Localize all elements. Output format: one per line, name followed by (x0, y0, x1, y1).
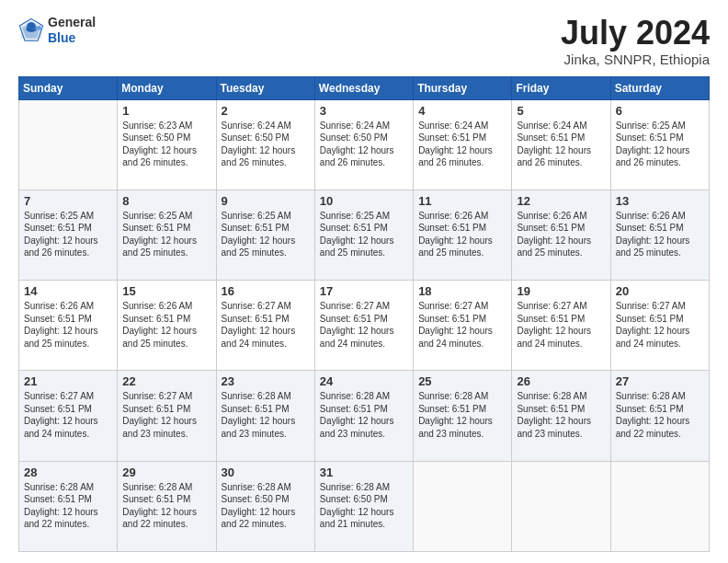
day-info-line: and 24 minutes. (517, 338, 605, 350)
day-number: 9 (222, 194, 310, 208)
day-number: 2 (222, 104, 310, 118)
day-info-line: Daylight: 12 hours (24, 415, 112, 428)
day-info-line: Sunset: 6:51 PM (616, 403, 704, 416)
day-info-line: Daylight: 12 hours (24, 325, 112, 338)
day-info-line: Daylight: 12 hours (222, 144, 310, 157)
day-info-line: Sunrise: 6:25 AM (222, 210, 310, 223)
day-number: 31 (320, 465, 408, 479)
col-sunday: Sunday (19, 76, 118, 99)
day-info-line: Sunset: 6:51 PM (122, 493, 210, 506)
day-info-line: Daylight: 12 hours (122, 144, 210, 157)
logo-text: General Blue (48, 15, 96, 46)
logo-general: General (48, 15, 96, 30)
day-info-line: Sunset: 6:51 PM (122, 403, 210, 416)
day-info-line: Sunrise: 6:27 AM (222, 300, 310, 313)
calendar-cell: 10Sunrise: 6:25 AMSunset: 6:51 PMDayligh… (314, 190, 413, 280)
day-info-line: Sunset: 6:51 PM (616, 132, 704, 144)
day-number: 12 (517, 194, 605, 208)
day-info-line: and 25 minutes. (320, 247, 408, 259)
day-info-line: and 26 minutes. (24, 247, 112, 259)
calendar-cell: 15Sunrise: 6:26 AMSunset: 6:51 PMDayligh… (118, 281, 216, 371)
calendar-cell: 21Sunrise: 6:27 AMSunset: 6:51 PMDayligh… (19, 371, 118, 461)
day-info-line: and 24 minutes. (24, 428, 112, 441)
day-info-line: Sunrise: 6:24 AM (418, 120, 506, 132)
calendar-cell: 3Sunrise: 6:24 AMSunset: 6:50 PMDaylight… (314, 99, 413, 190)
day-info-line: and 25 minutes. (222, 247, 310, 259)
day-info-line: Sunrise: 6:25 AM (122, 210, 210, 223)
day-info-line: Daylight: 12 hours (320, 144, 408, 157)
day-info-line: and 26 minutes. (122, 156, 210, 169)
calendar-cell: 19Sunrise: 6:27 AMSunset: 6:51 PMDayligh… (512, 281, 610, 371)
day-info-line: Sunset: 6:51 PM (122, 313, 210, 326)
day-info-line: and 26 minutes. (616, 156, 704, 169)
day-info-line: and 25 minutes. (122, 338, 210, 350)
day-info-line: Sunset: 6:51 PM (418, 132, 506, 144)
col-friday: Friday (512, 76, 610, 99)
day-info-line: and 22 minutes. (222, 518, 310, 531)
day-info-line: Daylight: 12 hours (418, 144, 506, 157)
day-info-line: and 22 minutes. (616, 428, 704, 441)
calendar-cell (610, 461, 709, 551)
day-info-line: Daylight: 12 hours (616, 415, 704, 428)
day-number: 5 (517, 104, 605, 118)
day-info-line: Sunrise: 6:25 AM (320, 210, 408, 223)
day-info-line: and 22 minutes. (122, 518, 210, 531)
day-info-line: Sunset: 6:51 PM (24, 222, 112, 235)
day-info-line: Sunrise: 6:27 AM (24, 390, 112, 403)
day-info-line: and 26 minutes. (418, 156, 506, 169)
day-info-line: Sunset: 6:50 PM (320, 493, 408, 506)
day-info-line: Sunset: 6:51 PM (517, 403, 605, 416)
day-info-line: and 21 minutes. (320, 518, 408, 531)
day-info-line: Daylight: 12 hours (517, 325, 605, 338)
day-info-line: Daylight: 12 hours (320, 415, 408, 428)
day-info-line: Daylight: 12 hours (418, 235, 506, 247)
calendar-cell: 30Sunrise: 6:28 AMSunset: 6:50 PMDayligh… (216, 461, 314, 551)
day-info-line: and 23 minutes. (122, 428, 210, 441)
col-wednesday: Wednesday (314, 76, 413, 99)
calendar-cell: 26Sunrise: 6:28 AMSunset: 6:51 PMDayligh… (512, 371, 610, 461)
day-info-line: Sunset: 6:51 PM (517, 313, 605, 326)
day-info-line: and 24 minutes. (222, 338, 310, 350)
day-number: 27 (616, 374, 704, 388)
day-number: 24 (320, 374, 408, 388)
col-thursday: Thursday (414, 76, 512, 99)
logo: General Blue (18, 15, 96, 46)
day-info-line: Daylight: 12 hours (418, 325, 506, 338)
day-number: 8 (122, 194, 210, 208)
day-number: 19 (517, 284, 605, 298)
day-info-line: and 25 minutes. (418, 247, 506, 259)
day-info-line: Sunset: 6:50 PM (320, 132, 408, 144)
day-info-line: Daylight: 12 hours (517, 235, 605, 247)
day-info-line: Sunset: 6:51 PM (320, 313, 408, 326)
day-info-line: Sunrise: 6:28 AM (222, 390, 310, 403)
calendar-cell: 7Sunrise: 6:25 AMSunset: 6:51 PMDaylight… (19, 190, 118, 280)
day-info-line: Sunset: 6:50 PM (222, 493, 310, 506)
day-info-line: Daylight: 12 hours (222, 235, 310, 247)
month-title: July 2024 (561, 15, 710, 52)
calendar-cell: 24Sunrise: 6:28 AMSunset: 6:51 PMDayligh… (314, 371, 413, 461)
day-info-line: Daylight: 12 hours (122, 415, 210, 428)
day-number: 17 (320, 284, 408, 298)
calendar-cell: 14Sunrise: 6:26 AMSunset: 6:51 PMDayligh… (19, 281, 118, 371)
day-info-line: Sunset: 6:50 PM (222, 132, 310, 144)
day-info-line: Daylight: 12 hours (616, 235, 704, 247)
title-block: July 2024 Jinka, SNNPR, Ethiopia (561, 15, 710, 67)
day-number: 14 (24, 284, 112, 298)
day-number: 20 (616, 284, 704, 298)
day-info-line: Sunset: 6:51 PM (222, 403, 310, 416)
location: Jinka, SNNPR, Ethiopia (561, 52, 710, 67)
day-number: 29 (122, 465, 210, 479)
day-number: 7 (24, 194, 112, 208)
day-info-line: Sunrise: 6:23 AM (122, 120, 210, 132)
day-info-line: Sunrise: 6:27 AM (616, 300, 704, 313)
day-info-line: Sunset: 6:51 PM (222, 222, 310, 235)
day-info-line: Sunrise: 6:24 AM (320, 120, 408, 132)
calendar-row-5: 28Sunrise: 6:28 AMSunset: 6:51 PMDayligh… (19, 461, 710, 551)
day-info-line: and 25 minutes. (24, 338, 112, 350)
day-number: 15 (122, 284, 210, 298)
day-info-line: Sunrise: 6:28 AM (418, 390, 506, 403)
day-number: 26 (517, 374, 605, 388)
day-info-line: Sunrise: 6:26 AM (418, 210, 506, 223)
day-info-line: Sunrise: 6:28 AM (122, 481, 210, 494)
calendar-row-4: 21Sunrise: 6:27 AMSunset: 6:51 PMDayligh… (19, 371, 710, 461)
